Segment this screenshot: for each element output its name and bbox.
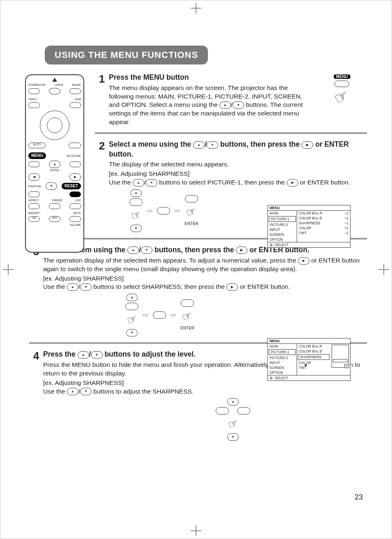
remote-control-illustration: STANDBY/ONLASERBLANK VIDEORGB AUTO MENUK… (25, 74, 84, 253)
step-2-heading: Select a menu using the / buttons, then … (109, 140, 367, 159)
page-number: 23 (355, 493, 363, 502)
step-3-body-1: The operation display of the selected it… (43, 256, 367, 274)
step-1: 1 Press the MENU button The menu display… (95, 73, 367, 127)
right-button-icon (298, 257, 309, 265)
right-button-icon (236, 246, 247, 254)
down-button-icon (80, 388, 92, 395)
step-1-number: 1 (95, 73, 109, 127)
up-button-icon (193, 141, 205, 149)
step-2-body-2: Use the / buttons to select PICTURE-1, t… (109, 178, 367, 187)
down-button-icon (80, 283, 92, 291)
step-4-body-2: Use the / buttons to adjust the SHARPNES… (43, 387, 367, 396)
up-button-icon (67, 283, 78, 291)
step-3: 3 Select an item using the / buttons, th… (29, 245, 367, 336)
menu-button-label: MENU (334, 74, 350, 79)
right-button-icon (302, 141, 313, 149)
up-button-icon (219, 101, 231, 109)
crop-mark-top (191, 3, 201, 14)
crop-mark-bottom (191, 525, 201, 536)
up-button-icon (78, 351, 89, 359)
step-3-diagram: ☞ ⇨ ⇨ ☞ENTER (125, 294, 367, 336)
down-button-icon (141, 246, 152, 254)
down-button-icon (91, 351, 103, 359)
right-button-icon (226, 283, 238, 291)
up-button-icon (127, 246, 139, 254)
crop-mark-left (3, 264, 14, 275)
step-3-number: 3 (29, 245, 43, 336)
pointer-hand-icon: ☞ (332, 86, 352, 108)
step-2-example: [ex. Adjusting SHARPNESS] (109, 170, 367, 178)
step-1-body: The menu display appears on the screen. … (109, 84, 367, 127)
step-3-body-2: Use the / buttons to select SHARPNESS, t… (43, 283, 367, 291)
up-button-icon (133, 179, 144, 187)
step-4-diagram: ☞ (216, 398, 367, 441)
step-2-body-1: The display of the selected menu appears… (109, 160, 367, 169)
right-button-icon (287, 179, 298, 187)
section-title: USING THE MENU FUNCTIONS (45, 46, 208, 64)
up-button-icon (67, 388, 78, 395)
remote-menu-label: MENU (28, 152, 46, 159)
menu-button-illustration: MENU ☞ (334, 72, 350, 107)
down-button-icon (207, 141, 218, 149)
crop-mark-right (378, 264, 389, 275)
step-1-heading: Press the MENU button (109, 73, 367, 83)
step-3-example: [ex. Adjusting SHARPNESS] (43, 274, 367, 283)
osd-menu-step2: MENU MAINPICTURE-1PICTURE-2INPUTSCREENOP… (267, 205, 350, 248)
down-button-icon (233, 101, 244, 109)
step-2-number: 2 (95, 140, 109, 232)
down-button-icon (146, 179, 157, 187)
step-4-number: 4 (29, 350, 43, 441)
osd-menu-step3: MENU MAINPICTURE-1PICTURE-2INPUTSCREENOP… (267, 338, 350, 381)
